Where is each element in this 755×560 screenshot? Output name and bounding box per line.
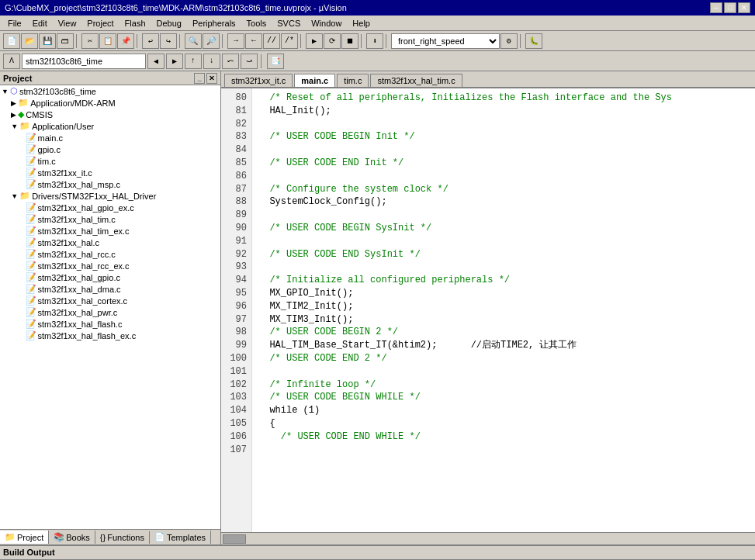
outdent-button[interactable]: ← — [245, 33, 262, 49]
cut-button[interactable]: ✂ — [81, 33, 99, 49]
editor-tab-tim-c[interactable]: tim.c — [337, 74, 369, 87]
menu-help[interactable]: Help — [348, 17, 375, 29]
uncomment-button[interactable]: /* — [281, 33, 298, 49]
tree-item[interactable]: 📝stm32f1xx_hal_dma.c — [0, 283, 220, 295]
redo-button[interactable]: ↪ — [160, 33, 177, 49]
tree-item[interactable]: 📝stm32f1xx_hal_flash.c — [0, 318, 220, 330]
build-button[interactable]: ▶ — [306, 33, 323, 49]
editor-tab-stm32f1xx_it-c[interactable]: stm32f1xx_it.c — [224, 74, 293, 87]
new-file-button[interactable]: 📄 — [3, 33, 20, 49]
menu-svcs[interactable]: SVCS — [272, 17, 305, 29]
menu-peripherals[interactable]: Peripherals — [188, 17, 241, 29]
title-bar: G:\CubeMX_project\stm32f103c8t6_time\MDK… — [0, 0, 755, 16]
project-tree: ▼⬡stm32f103c8t6_time ▶📁Application/MDK-A… — [0, 85, 220, 529]
tree-item[interactable]: 📝stm32f1xx_hal_msp.c — [0, 178, 220, 190]
tree-item[interactable]: 📝tim.c — [0, 155, 220, 167]
next-location-button[interactable]: ▶ — [166, 54, 183, 69]
tab-templates[interactable]: 📄 Templates — [150, 531, 211, 544]
menu-project[interactable]: Project — [82, 17, 118, 29]
menu-tools[interactable]: Tools — [242, 17, 272, 29]
menu-flash[interactable]: Flash — [120, 17, 151, 29]
tree-item[interactable]: 📝stm32f1xx_hal.c — [0, 237, 220, 248]
comment-button[interactable]: // — [263, 33, 280, 49]
tree-item[interactable]: 📝stm32f1xx_hal_pwr.c — [0, 306, 220, 318]
tree-item[interactable]: ▶◆CMSIS — [0, 109, 220, 120]
build-output-header: Build Output — [0, 546, 755, 560]
menu-window[interactable]: Window — [307, 17, 346, 29]
menu-debug[interactable]: Debug — [152, 17, 186, 29]
tree-item[interactable]: 📝stm32f1xx_hal_rcc_ex.c — [0, 260, 220, 271]
tree-item[interactable]: 📝stm32f1xx_hal_gpio.c — [0, 271, 220, 283]
target-dropdown[interactable]: front_right_speed — [391, 33, 500, 49]
editor-tab-stm32f1xx_hal_tim-c[interactable]: stm32f1xx_hal_tim.c — [370, 74, 462, 87]
close-button[interactable]: ✕ — [738, 2, 750, 13]
toolbar-2: Λ ◀ ▶ ↑ ↓ ⤺ ⤻ 📑 — [0, 51, 755, 71]
dec-search-button[interactable]: ↓ — [203, 54, 220, 69]
tree-item[interactable]: 📝stm32f1xx_hal_gpio_ex.c — [0, 202, 220, 213]
editor-tab-main-c[interactable]: main.c — [294, 74, 335, 87]
rebuild-button[interactable]: ⟳ — [324, 33, 341, 49]
h-scroll-thumb[interactable] — [223, 534, 246, 544]
tree-item[interactable]: 📝stm32f1xx_it.c — [0, 167, 220, 178]
source-browser-button[interactable]: 📑 — [267, 54, 284, 69]
project-name-input[interactable] — [22, 54, 146, 69]
tree-item[interactable]: 📝main.c — [0, 132, 220, 143]
tree-item[interactable]: 📝stm32f1xx_hal_tim_ex.c — [0, 225, 220, 237]
project-label: Project — [3, 74, 32, 83]
project-panel-close[interactable]: ✕ — [206, 73, 217, 84]
menu-file[interactable]: File — [3, 17, 26, 29]
separator-6 — [361, 34, 364, 48]
code-content[interactable]: /* Reset of all peripherals, Initializes… — [252, 88, 755, 532]
undo-button[interactable]: ↩ — [142, 33, 159, 49]
separator-7 — [386, 34, 389, 48]
templates-tab-label: Templates — [167, 533, 206, 542]
project-panel-minimize[interactable]: _ — [194, 73, 205, 84]
prev-location-button[interactable]: ◀ — [147, 54, 165, 69]
line-numbers: 80 81 82 83 84 85 86 87 88 89 90 91 92 9… — [221, 88, 252, 532]
tab-books[interactable]: 📚 Books — [49, 531, 95, 544]
project-tabs: 📁 Project 📚 Books {} Functions 📄 Templat… — [0, 529, 220, 544]
stop-button[interactable]: ⏹ — [341, 33, 358, 49]
inc-search-button[interactable]: ↑ — [185, 54, 202, 69]
tree-item[interactable]: 📝gpio.c — [0, 143, 220, 155]
tree-item[interactable]: ▼⬡stm32f103c8t6_time — [0, 85, 220, 97]
logo-button[interactable]: Λ — [3, 54, 20, 69]
separator-9 — [261, 54, 264, 68]
save-button[interactable]: 💾 — [39, 33, 56, 49]
minimize-button[interactable]: ─ — [710, 2, 722, 13]
tree-item[interactable]: 📝stm32f1xx_hal_tim.c — [0, 213, 220, 225]
manage-button[interactable]: ⚙ — [500, 33, 518, 49]
menu-edit[interactable]: Edit — [28, 17, 52, 29]
maximize-button[interactable]: □ — [724, 2, 736, 13]
tree-item[interactable]: 📝stm32f1xx_hal_flash_ex.c — [0, 330, 220, 341]
paste-button[interactable]: 📌 — [117, 33, 134, 49]
tree-item[interactable]: ▶📁Application/MDK-ARM — [0, 97, 220, 109]
functions-tab-icon: {} — [100, 533, 106, 542]
indent-button[interactable]: → — [227, 33, 244, 49]
tree-item[interactable]: ▼📁Application/User — [0, 120, 220, 132]
project-tab-label: Project — [17, 533, 43, 542]
tree-item[interactable]: ▼📁Drivers/STM32F1xx_HAL_Driver — [0, 190, 220, 202]
window-controls: ─ □ ✕ — [710, 2, 750, 13]
save-all-button[interactable]: 🗃 — [57, 33, 74, 49]
tree-item[interactable]: 📝stm32f1xx_hal_cortex.c — [0, 295, 220, 306]
separator-8 — [520, 34, 523, 48]
browse-fwd-button[interactable]: ⤻ — [241, 54, 258, 69]
tab-functions[interactable]: {} Functions — [95, 531, 150, 544]
tab-project[interactable]: 📁 Project — [0, 531, 49, 544]
project-panel-header: Project _ ✕ — [0, 71, 220, 85]
browse-back-button[interactable]: ⤺ — [222, 54, 239, 69]
code-view[interactable]: 80 81 82 83 84 85 86 87 88 89 90 91 92 9… — [221, 88, 755, 532]
menu-view[interactable]: View — [54, 17, 81, 29]
open-file-button[interactable]: 📂 — [21, 33, 38, 49]
copy-button[interactable]: 📋 — [99, 33, 116, 49]
debug-start-button[interactable]: 🐛 — [525, 33, 542, 49]
separator-3 — [179, 34, 182, 48]
find-button[interactable]: 🔍 — [185, 33, 202, 49]
horizontal-scrollbar[interactable] — [221, 532, 755, 544]
find-replace-button[interactable]: 🔎 — [203, 33, 220, 49]
build-output-panel: Build Output Build target 'stm32f103c8t6… — [0, 544, 755, 560]
tree-item[interactable]: 📝stm32f1xx_hal_rcc.c — [0, 248, 220, 260]
download-button[interactable]: ⬇ — [366, 33, 383, 49]
functions-tab-label: Functions — [107, 533, 144, 542]
